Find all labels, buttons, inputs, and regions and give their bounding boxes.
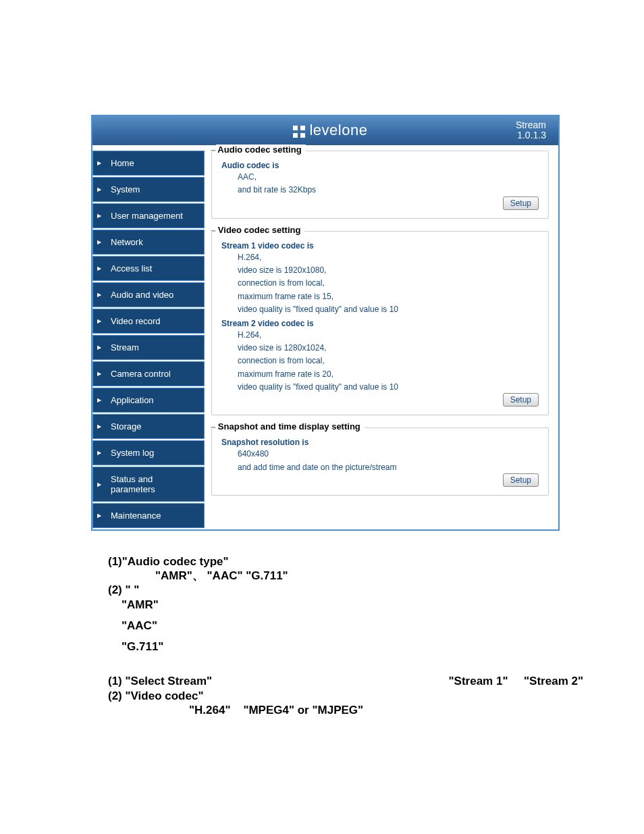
logo-text: levelone <box>309 122 367 138</box>
page-name: Stream <box>516 120 546 130</box>
logo-title: levelone <box>145 122 516 139</box>
audio-setup-button[interactable]: Setup <box>503 197 539 210</box>
stream1-size: video size is 1920x1080, <box>238 265 539 276</box>
sidebar-item-user-management[interactable]: ▶User management <box>92 203 205 228</box>
sidebar-item-label: Stream <box>103 342 198 353</box>
snapshot-setup-button[interactable]: Setup <box>503 473 539 487</box>
chevron-right-icon: ▶ <box>97 292 101 298</box>
doc-line: "AMR"、 "AAC" "G.711" <box>155 569 644 583</box>
video-codec-fieldset: Video codec setting Stream 1 video codec… <box>211 231 549 416</box>
snapshot-resolution: 640x480 <box>238 448 539 460</box>
app-frame: levelone Stream 1.0.1.3 ▶Home ▶System ▶U… <box>91 115 560 531</box>
stream1-codec: H.264, <box>238 252 539 263</box>
chevron-right-icon: ▶ <box>97 481 101 487</box>
chevron-right-icon: ▶ <box>97 239 101 245</box>
svg-rect-3 <box>300 133 305 138</box>
sidebar-item-label: Camera control <box>103 369 198 379</box>
doc-line: (1)"Audio codec type" <box>108 554 644 569</box>
chevron-right-icon: ▶ <box>97 513 101 519</box>
fieldset-legend: Video codec setting <box>216 225 304 235</box>
svg-rect-1 <box>300 126 305 130</box>
sidebar-item-system[interactable]: ▶System <box>92 177 205 202</box>
chevron-right-icon: ▶ <box>97 371 101 377</box>
fieldset-legend: Audio codec setting <box>216 145 306 155</box>
sidebar-item-label: User management <box>103 211 198 221</box>
chevron-right-icon: ▶ <box>97 450 101 456</box>
sidebar-item-label: Application <box>103 395 198 405</box>
svg-rect-2 <box>293 133 298 138</box>
chevron-right-icon: ▶ <box>97 213 101 219</box>
doc-line: (1) "Select Stream" <box>108 674 212 688</box>
sidebar-item-label: Maintenance <box>103 511 198 521</box>
sidebar-item-storage[interactable]: ▶Storage <box>92 414 205 439</box>
fieldset-legend: Snapshot and time display setting <box>216 421 365 432</box>
snapshot-note: and add time and date on the picture/str… <box>238 462 539 473</box>
stream1-heading: Stream 1 video codec is <box>221 241 539 251</box>
audio-codec-value: AAC, <box>238 172 539 183</box>
audio-codec-fieldset: Audio codec setting Audio codec is AAC, … <box>211 151 549 219</box>
sidebar-item-label: Access list <box>103 263 198 273</box>
stream2-codec: H.264, <box>238 330 539 341</box>
sidebar-item-system-log[interactable]: ▶System log <box>92 440 205 465</box>
sidebar-item-maintenance[interactable]: ▶Maintenance <box>92 503 205 528</box>
chevron-right-icon: ▶ <box>97 318 101 324</box>
sidebar-item-application[interactable]: ▶Application <box>92 388 205 413</box>
main-content: Audio codec setting Audio codec is AAC, … <box>205 145 558 529</box>
chevron-right-icon: ▶ <box>97 265 101 271</box>
sidebar-item-status-parameters[interactable]: ▶Status and parameters <box>92 467 205 502</box>
stream1-quality: video quality is "fixed quality" and val… <box>238 304 539 315</box>
doc-line: (2) " " <box>108 583 644 597</box>
doc-line: (2) "Video codec" <box>108 689 644 703</box>
chevron-right-icon: ▶ <box>97 186 101 192</box>
chevron-right-icon: ▶ <box>97 344 101 350</box>
sidebar-item-camera-control[interactable]: ▶Camera control <box>92 361 205 386</box>
stream2-size: video size is 1280x1024, <box>238 342 539 354</box>
sidebar-item-label: Network <box>103 237 198 247</box>
logo-icon <box>293 126 305 138</box>
sidebar: ▶Home ▶System ▶User management ▶Network … <box>92 145 205 529</box>
audio-codec-heading: Audio codec is <box>221 161 539 170</box>
stream2-fps: maximum frame rate is 20, <box>238 369 539 380</box>
sidebar-item-label: System log <box>103 448 198 458</box>
sidebar-item-label: Status and parameters <box>103 474 198 494</box>
sidebar-item-stream[interactable]: ▶Stream <box>92 335 205 360</box>
sidebar-item-label: Storage <box>103 421 198 432</box>
snapshot-fieldset: Snapshot and time display setting Snapsh… <box>211 427 549 496</box>
chevron-right-icon: ▶ <box>97 160 101 166</box>
doc-line: "AMR" <box>122 598 644 612</box>
stream2-quality: video quality is "fixed quality" and val… <box>238 382 539 393</box>
stream2-connection: connection is from local, <box>238 355 539 367</box>
sidebar-item-label: Audio and video <box>103 290 198 300</box>
sidebar-item-label: Home <box>103 158 198 168</box>
stream1-fps: maximum frame rate is 15, <box>238 291 539 303</box>
doc-line: "Stream 1" "Stream 2" <box>449 674 584 688</box>
snapshot-heading: Snapshot resolution is <box>221 438 539 447</box>
svg-rect-0 <box>293 126 298 130</box>
stream2-heading: Stream 2 video codec is <box>221 319 539 328</box>
doc-line: "G.711" <box>122 640 644 654</box>
version-number: 1.0.1.3 <box>517 130 546 140</box>
sidebar-item-access-list[interactable]: ▶Access list <box>92 256 205 281</box>
header: levelone Stream 1.0.1.3 <box>92 116 558 145</box>
version-block: Stream 1.0.1.3 <box>516 120 546 141</box>
doc-notes: (1)"Audio codec type" "AMR"、 "AAC" "G.71… <box>108 554 644 717</box>
sidebar-item-video-record[interactable]: ▶Video record <box>92 309 205 334</box>
sidebar-item-label: System <box>103 184 198 194</box>
chevron-right-icon: ▶ <box>97 397 101 403</box>
sidebar-item-home[interactable]: ▶Home <box>92 151 205 176</box>
video-setup-button[interactable]: Setup <box>503 393 539 407</box>
chevron-right-icon: ▶ <box>97 423 101 429</box>
audio-bitrate: and bit rate is 32Kbps <box>238 184 539 196</box>
sidebar-item-label: Video record <box>103 316 198 326</box>
doc-line: "AAC" <box>122 619 644 633</box>
sidebar-item-network[interactable]: ▶Network <box>92 230 205 255</box>
sidebar-item-audio-video[interactable]: ▶Audio and video <box>92 282 205 307</box>
doc-line: "H.264" "MPEG4" or "MJPEG" <box>189 703 644 717</box>
stream1-connection: connection is from local, <box>238 278 539 289</box>
